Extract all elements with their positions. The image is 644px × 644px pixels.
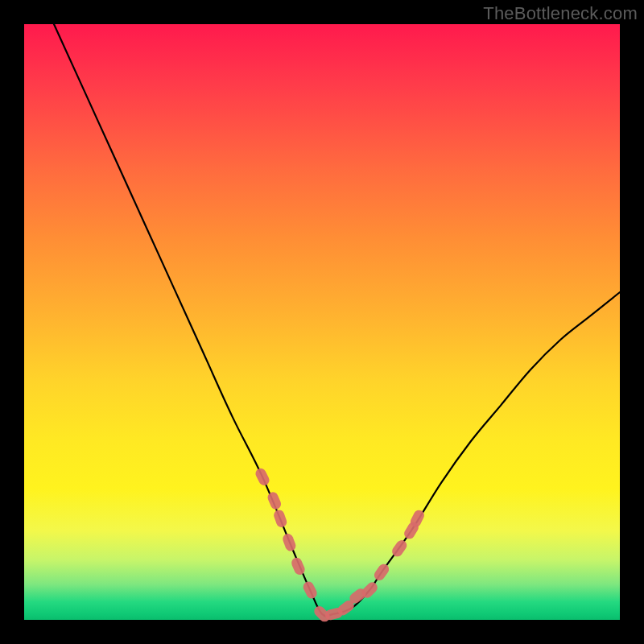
marker-point [290, 556, 307, 576]
svg-rect-1 [266, 490, 283, 510]
svg-rect-11 [372, 562, 390, 582]
marker-point [254, 467, 270, 487]
marker-point [281, 532, 297, 552]
svg-rect-2 [272, 509, 288, 529]
svg-rect-5 [301, 580, 318, 600]
chart-plot-area [24, 24, 620, 620]
marker-point [266, 490, 283, 510]
marker-point [301, 580, 318, 600]
svg-rect-3 [281, 532, 297, 552]
watermark-text: TheBottleneck.com [483, 3, 638, 24]
chart-svg [24, 24, 620, 620]
chart-frame: TheBottleneck.com [0, 0, 644, 644]
svg-rect-4 [290, 556, 307, 576]
marker-point [372, 562, 390, 582]
highlighted-points [254, 467, 426, 624]
marker-point [272, 509, 288, 529]
bottleneck-curve [54, 24, 620, 616]
svg-rect-0 [254, 467, 270, 487]
